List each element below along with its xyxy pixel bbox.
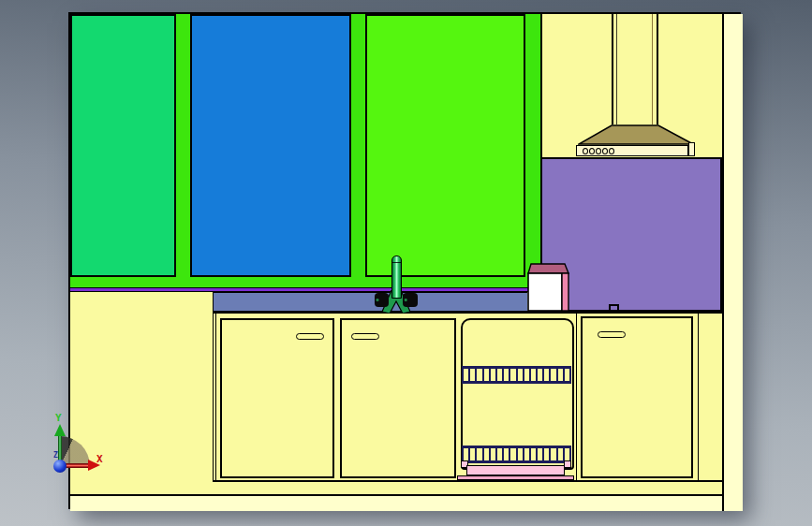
dish-rack-lower (462, 446, 571, 463)
base-door-middle (340, 318, 456, 478)
y-axis-arrowhead (54, 424, 66, 436)
faucet-ring-line (392, 262, 401, 263)
cabinet-stile-line (576, 314, 577, 480)
storage-box (527, 263, 569, 312)
hood-canopy (578, 124, 694, 145)
hood-end-cap (688, 142, 695, 156)
chimney-shade-line (652, 14, 653, 124)
x-axis-label: X (96, 455, 103, 464)
upper-door-left (70, 14, 176, 277)
box-front (528, 273, 562, 311)
tap-handle-left (375, 293, 389, 307)
x-axis-arrow (66, 463, 89, 468)
upper-door-middle (190, 14, 351, 277)
tray-tab-right (564, 460, 571, 468)
box-lid (528, 264, 568, 273)
wall-bracket (609, 304, 619, 312)
door-handle (351, 333, 379, 340)
cabinet-stile-line (215, 314, 216, 480)
door-handle (296, 333, 324, 340)
drip-tray (466, 465, 565, 475)
y-axis-label: Y (55, 414, 62, 423)
door-handle (598, 331, 626, 338)
cabinet-stile-line (698, 314, 699, 480)
faucet-spout (391, 256, 402, 299)
y-axis-arrow (58, 435, 62, 461)
kitchen-elevation-drawing (68, 12, 741, 509)
dish-rack-upper (462, 366, 571, 384)
viewport-canvas[interactable]: Z Y X (0, 0, 812, 526)
upper-door-right (365, 14, 525, 277)
origin-sphere (53, 460, 66, 473)
base-door-right (581, 316, 693, 478)
plinth (213, 480, 722, 494)
countertop (213, 292, 527, 311)
base-door-left (220, 318, 334, 478)
box-side (562, 273, 568, 311)
hood-vent-holes (583, 148, 614, 154)
right-wall-strip (722, 14, 743, 511)
hood-chimney (612, 14, 658, 124)
floor-strip (70, 494, 743, 511)
tap-handle-right (403, 293, 418, 307)
hood-vent-band (576, 145, 695, 156)
drip-tray-base (457, 475, 574, 480)
chimney-edge-line (616, 14, 617, 124)
